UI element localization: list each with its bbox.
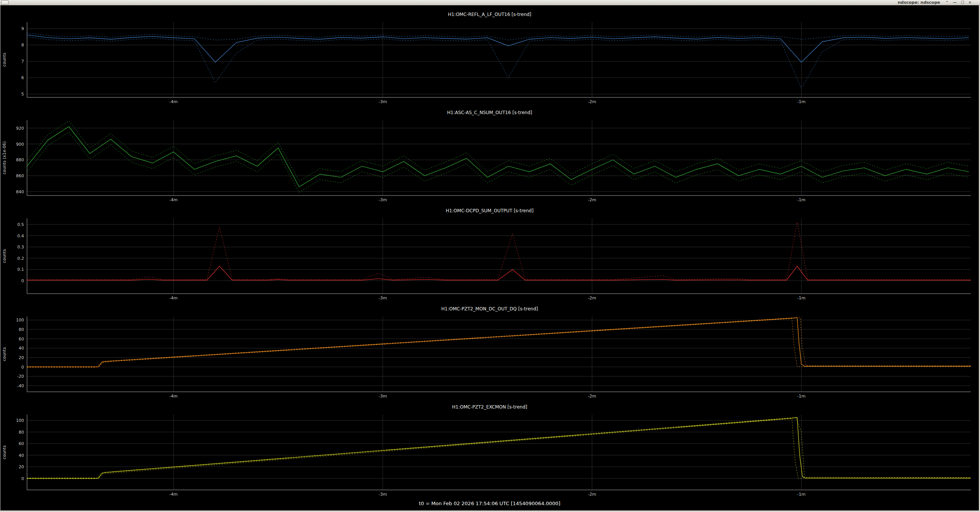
plot-canvas-pzt2-mon[interactable]: counts -40-20020406080100-4m-3m-2m-1m — [0, 300, 980, 398]
y-axis-label: counts — [2, 249, 7, 263]
window-controls: ⌃ — ☐ ✕ — [945, 0, 972, 5]
svg-text:60: 60 — [19, 441, 24, 446]
plot-row-omc-refl: counts 56789-4m-3m-2m-1m H1:OMC-REFL_A_L… — [0, 5, 980, 103]
svg-text:0.2: 0.2 — [18, 256, 24, 261]
svg-text:0.4: 0.4 — [18, 234, 24, 239]
plot-row-pzt2-mon: counts -40-20020406080100-4m-3m-2m-1m H1… — [0, 300, 980, 398]
svg-text:100: 100 — [16, 418, 24, 423]
svg-text:100: 100 — [16, 318, 24, 323]
svg-text:-2m: -2m — [588, 197, 596, 202]
svg-text:-40: -40 — [17, 383, 24, 388]
svg-text:-1m: -1m — [797, 394, 806, 398]
svg-text:0.3: 0.3 — [18, 245, 24, 250]
shade-button[interactable]: ⌃ — [945, 0, 948, 5]
window-menu-button[interactable] — [1, 0, 9, 5]
statusbar: t0 = Mon Feb 02 2026 17:54:06 UTC [14540… — [0, 496, 979, 510]
svg-text:-20: -20 — [17, 374, 24, 379]
svg-text:880: 880 — [16, 157, 24, 162]
svg-text:-3m: -3m — [379, 197, 387, 202]
svg-text:-1m: -1m — [797, 99, 806, 103]
plot-canvas-omc-refl[interactable]: counts 56789-4m-3m-2m-1m — [0, 5, 980, 103]
svg-text:-1m: -1m — [797, 197, 806, 202]
svg-text:-3m: -3m — [379, 99, 387, 103]
svg-text:840: 840 — [16, 189, 24, 194]
plot-canvas-pzt2-excmon[interactable]: counts 020406080100-4m-3m-2m-1m — [0, 398, 980, 496]
svg-text:-4m: -4m — [169, 394, 178, 398]
svg-text:-2m: -2m — [588, 394, 596, 398]
y-axis-label: counts — [2, 445, 7, 459]
svg-text:-3m: -3m — [379, 296, 387, 300]
maximize-button[interactable]: ☐ — [961, 0, 964, 5]
svg-text:-4m: -4m — [169, 99, 178, 103]
plot-canvas-omc-dcpd[interactable]: counts 00.10.20.30.40.5-4m-3m-2m-1m — [0, 202, 980, 300]
plot-canvas-asc-as[interactable]: counts (x1e-06) 840860880900920-4m-3m-2m… — [0, 103, 980, 202]
svg-text:860: 860 — [16, 173, 24, 178]
svg-text:0: 0 — [21, 365, 24, 370]
svg-text:6: 6 — [21, 75, 24, 80]
svg-text:-2m: -2m — [588, 296, 596, 300]
plot-row-omc-dcpd: counts 00.10.20.30.40.5-4m-3m-2m-1m H1:O… — [0, 202, 980, 300]
svg-text:80: 80 — [19, 327, 24, 332]
svg-text:20: 20 — [19, 355, 24, 360]
plot-row-pzt2-excmon: counts 020406080100-4m-3m-2m-1m H1:OMC-P… — [0, 398, 980, 496]
ndscope-main-area: counts 56789-4m-3m-2m-1m H1:OMC-REFL_A_L… — [0, 5, 980, 512]
svg-text:60: 60 — [19, 337, 24, 342]
window-titlebar[interactable]: ndscope: ndscope ⌃ — ☐ ✕ — [0, 0, 980, 5]
svg-text:0: 0 — [21, 278, 24, 283]
svg-text:-1m: -1m — [797, 492, 806, 496]
svg-text:-2m: -2m — [588, 492, 596, 496]
y-axis-label: counts — [2, 347, 7, 361]
svg-text:40: 40 — [19, 346, 24, 351]
window-title: ndscope: ndscope — [898, 0, 940, 5]
svg-text:-1m: -1m — [797, 296, 806, 300]
svg-text:900: 900 — [16, 142, 24, 147]
minimize-button[interactable]: — — [953, 0, 957, 5]
svg-text:0.5: 0.5 — [18, 222, 24, 227]
svg-text:-2m: -2m — [588, 99, 596, 103]
plot-row-asc-as: counts (x1e-06) 840860880900920-4m-3m-2m… — [0, 103, 980, 202]
svg-text:8: 8 — [21, 43, 24, 48]
svg-text:7: 7 — [21, 59, 24, 64]
svg-text:-4m: -4m — [169, 492, 178, 496]
y-axis-label: counts (x1e-06) — [2, 141, 7, 174]
y-axis-label: counts — [2, 52, 7, 67]
screen: { "window": { "title": "ndscope: ndscope… — [0, 0, 980, 512]
svg-text:40: 40 — [19, 453, 24, 458]
svg-text:80: 80 — [19, 430, 24, 435]
svg-text:-4m: -4m — [169, 197, 178, 202]
t0-timestamp: t0 = Mon Feb 02 2026 17:54:06 UTC [14540… — [419, 501, 561, 506]
svg-text:920: 920 — [16, 126, 24, 131]
svg-text:-4m: -4m — [169, 296, 178, 300]
svg-text:5: 5 — [21, 92, 24, 97]
close-button[interactable]: ✕ — [969, 0, 972, 5]
svg-text:9: 9 — [21, 26, 24, 31]
svg-text:0: 0 — [21, 476, 24, 481]
svg-text:-3m: -3m — [379, 394, 387, 398]
svg-text:0.1: 0.1 — [18, 267, 24, 272]
svg-text:-3m: -3m — [379, 492, 387, 496]
svg-text:20: 20 — [19, 464, 24, 469]
